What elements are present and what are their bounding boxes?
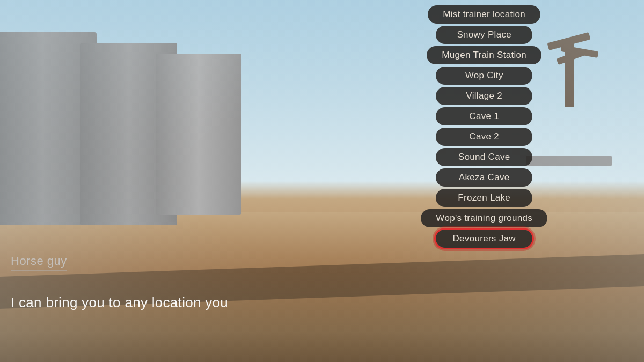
location-btn-sound-cave[interactable]: Sound Cave	[436, 148, 532, 166]
npc-name: Horse guy	[11, 254, 67, 271]
npc-dialogue: I can bring you to any location you	[11, 294, 228, 311]
location-btn-devourers-jaw[interactable]: Devourers Jaw	[436, 230, 532, 248]
location-btn-akeza-cave[interactable]: Akeza Cave	[436, 168, 532, 187]
location-btn-cave-2[interactable]: Cave 2	[436, 128, 532, 146]
location-btn-village-2[interactable]: Village 2	[436, 87, 532, 105]
location-btn-snowy-place[interactable]: Snowy Place	[436, 26, 532, 44]
location-btn-cave-1[interactable]: Cave 1	[436, 107, 532, 125]
location-btn-mist-trainer[interactable]: Mist trainer location	[428, 5, 540, 24]
location-btn-wop-city[interactable]: Wop City	[436, 67, 532, 85]
location-btn-mugen-train[interactable]: Mugen Train Station	[427, 46, 541, 64]
location-menu: Mist trainer locationSnowy PlaceMugen Tr…	[421, 5, 547, 248]
location-btn-frozen-lake[interactable]: Frozen Lake	[436, 189, 532, 207]
location-btn-wops-training[interactable]: Wop's training grounds	[421, 209, 547, 227]
